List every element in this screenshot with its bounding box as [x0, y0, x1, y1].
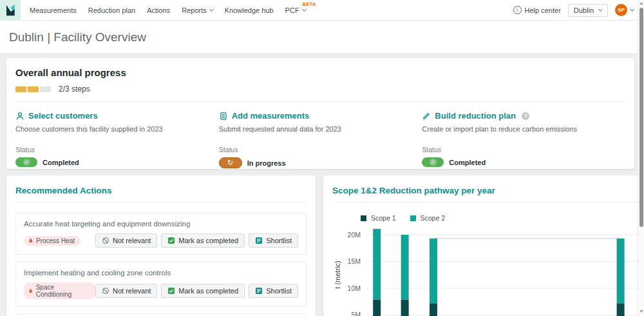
action-title: Implement heating and cooling zone contr…: [24, 269, 298, 277]
legend-swatch-scope2: [410, 215, 416, 221]
nav-item-measurements[interactable]: Measurements: [30, 6, 77, 14]
top-navbar: Measurements Reduction plan Actions Repo…: [0, 0, 644, 21]
check-icon: ✓: [23, 159, 30, 166]
not-relevant-button[interactable]: Not relevant: [95, 233, 157, 248]
not-relevant-button[interactable]: Not relevant: [95, 284, 157, 298]
action-item: Implement heating and cooling zone contr…: [15, 262, 307, 306]
nav-right-group: i Help center Dublin SP: [513, 4, 634, 17]
overall-progress-card: Overall annual progress 2/3 steps Select…: [6, 58, 634, 169]
help-icon[interactable]: ?: [522, 112, 529, 120]
measurements-icon: [219, 112, 228, 121]
nav-label: Reduction plan: [88, 6, 135, 14]
bar-scope2[interactable]: [401, 235, 409, 299]
status-text: Completed: [43, 159, 79, 166]
nav-item-knowledge-hub[interactable]: Knowledge hub: [225, 6, 274, 14]
action-row: Process Heat Not relevant Mark as comple…: [24, 233, 298, 248]
chevron-down-icon: [302, 7, 307, 12]
page-title: Dublin | Facility Overview: [9, 30, 146, 44]
progress-segment: [40, 86, 51, 92]
check-square-icon: [167, 287, 175, 295]
bar-scope2[interactable]: [617, 239, 625, 303]
bar-scope1[interactable]: [430, 303, 437, 316]
chevron-down-icon: [209, 7, 214, 12]
shortlist-icon: [255, 287, 263, 295]
pencil-icon: [422, 112, 431, 121]
y-tick-label: 10M: [348, 284, 361, 292]
legend-swatch-scope1: [361, 215, 366, 221]
status-text: Completed: [449, 159, 486, 166]
button-label: Shortlist: [266, 237, 292, 244]
action-tag-label: Process Heat: [36, 237, 75, 244]
page-header: Dublin | Facility Overview: [0, 21, 644, 54]
nav-label: Reports: [182, 6, 207, 14]
app-window: Measurements Reduction plan Actions Repo…: [0, 0, 644, 316]
nav-label: Knowledge hub: [225, 6, 274, 14]
check-icon: ✓: [430, 159, 437, 166]
nav-item-reports[interactable]: Reports: [182, 6, 213, 14]
action-item: Accurate heat targeting and equipment do…: [15, 213, 307, 255]
action-title: Accurate heat targeting and equipment do…: [24, 220, 298, 228]
step-title-text: Add measurements: [232, 111, 310, 121]
step-description: Submit requested annual data for 2023: [219, 125, 411, 133]
step-title-link[interactable]: Select customers: [15, 111, 207, 121]
y-axis-label: t (metric): [334, 261, 341, 288]
step-select-customers: Select customers Choose customers this f…: [15, 111, 219, 168]
step-title-text: Build reduction plan: [435, 111, 516, 121]
nav-label: Actions: [147, 6, 170, 14]
nav-item-actions[interactable]: Actions: [147, 6, 170, 14]
step-description: Create or import plan to reduce carbon e…: [422, 125, 614, 133]
nav-item-reduction-plan[interactable]: Reduction plan: [88, 6, 135, 14]
help-center-link[interactable]: i Help center: [513, 6, 561, 14]
button-label: Shortlist: [266, 287, 292, 295]
shortlist-button[interactable]: Shortlist: [249, 233, 298, 248]
bar-scope2[interactable]: [373, 229, 381, 300]
actions-list: Accurate heat targeting and equipment do…: [15, 213, 307, 316]
facility-selector[interactable]: Dublin: [568, 4, 608, 17]
action-buttons: Not relevant Mark as completed Shortlist: [95, 233, 298, 248]
chart-legend: Scope 1 Scope 2: [361, 214, 643, 222]
bar-scope2[interactable]: [430, 239, 437, 303]
logo-icon: [3, 3, 18, 18]
mark-as-completed-button[interactable]: Mark as completed: [161, 284, 245, 298]
step-build-reduction-plan: Build reduction plan ? Create or import …: [422, 111, 625, 168]
action-tag: Space Conditioning: [24, 282, 95, 299]
button-label: Not relevant: [113, 287, 151, 295]
scroll-down-arrow-icon[interactable]: [638, 308, 644, 315]
bar-scope1[interactable]: [617, 303, 625, 316]
scrollbar-thumb[interactable]: [639, 8, 643, 227]
step-title-link[interactable]: Build reduction plan ?: [422, 111, 614, 121]
step-title-link[interactable]: Add measurements: [219, 111, 411, 121]
chevron-down-icon: [630, 7, 634, 12]
app-logo[interactable]: [0, 0, 21, 21]
vertical-scrollbar[interactable]: [638, 0, 644, 316]
legend-item-scope2[interactable]: Scope 2: [410, 214, 446, 222]
status-row: ✓ Completed: [15, 157, 207, 167]
progress-bar: [15, 86, 51, 92]
help-center-label: Help center: [525, 6, 561, 14]
step-add-measurements: Add measurements Submit requested annual…: [219, 111, 422, 168]
chart-card-title: Scope 1&2 Reduction pathway per year: [332, 182, 643, 202]
shortlist-icon: [255, 237, 263, 244]
legend-label: Scope 2: [421, 214, 446, 222]
shortlist-button[interactable]: Shortlist: [249, 284, 298, 298]
action-tag: Process Heat: [24, 236, 80, 246]
mark-as-completed-button[interactable]: Mark as completed: [161, 233, 245, 248]
recommended-actions-card: Recommended Actions Accurate heat target…: [6, 175, 316, 316]
y-tick-label: 20M: [348, 231, 361, 239]
step-description: Choose customers this facility supplied …: [15, 125, 207, 133]
progress-segment: [28, 86, 39, 92]
y-tick-label: 15M: [348, 257, 361, 265]
nav-item-pcf[interactable]: PCF BETA: [285, 6, 306, 14]
facility-selector-value: Dublin: [574, 6, 594, 14]
avatar: SP: [615, 4, 627, 16]
status-label: Status: [219, 146, 411, 153]
bar-scope1[interactable]: [373, 299, 381, 316]
user-menu[interactable]: SP: [615, 4, 634, 16]
scroll-up-arrow-icon[interactable]: [638, 0, 644, 6]
slash-circle-icon: [102, 237, 109, 244]
status-text: In progress: [247, 159, 286, 167]
y-tick-label: 5M: [351, 311, 361, 316]
bar-scope1[interactable]: [401, 299, 409, 316]
nav-menu: Measurements Reduction plan Actions Repo…: [30, 6, 306, 14]
legend-item-scope1[interactable]: Scope 1: [361, 214, 396, 222]
